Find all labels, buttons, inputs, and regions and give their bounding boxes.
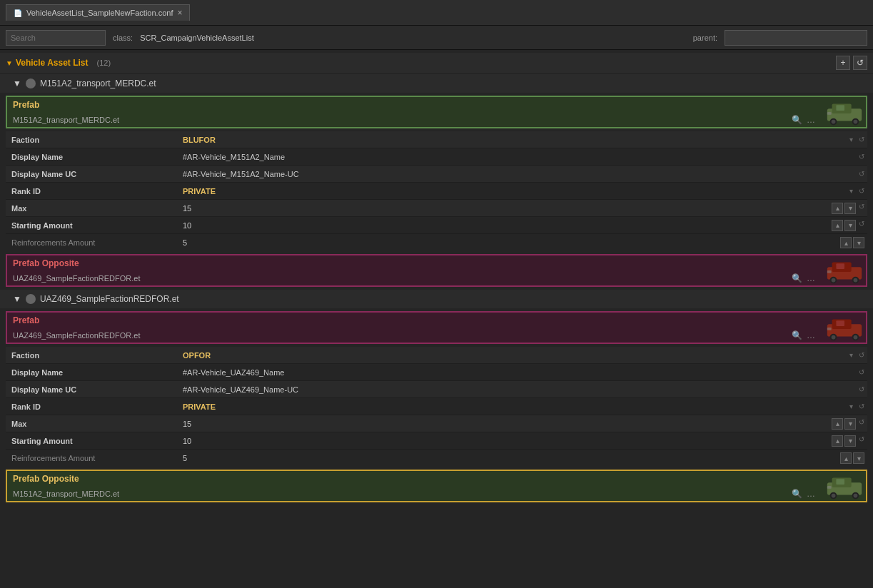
vehicle-entry-m151a2: ▼ M151A2_transport_MERDC.et Prefab M151A… [0,74,873,287]
prefab-search-btn-m151a2[interactable]: 🔍 [790,115,804,125]
prefab-search-btn-uaz469[interactable]: 🔍 [790,330,804,340]
prefab-thumbnail-m151a2 [823,97,866,127]
max-spinner-down-uaz469[interactable]: ▾ [844,418,856,430]
displayname-row-uaz469: Display Name #AR-Vehicle_UAZ469_Name ↺ [6,364,867,381]
reset-button[interactable]: ↺ [853,56,867,70]
displaynameuc-reset[interactable]: ↺ [859,170,864,178]
prefab-opposite-block-m151a2: Prefab Opposite UAZ469_SampleFactionREDF… [6,254,867,287]
close-tab-button[interactable]: × [177,8,182,18]
asset-list-header: ▼ Vehicle Asset List (12) + ↺ [0,53,873,73]
add-button[interactable]: + [836,56,850,70]
displaynameuc-actions-uaz469: ↺ [857,385,867,393]
faction-text-m151a2: BLUFOR [183,136,216,144]
displaynameuc-reset-uaz469[interactable]: ↺ [859,385,864,393]
prefab-opposite-menu-btn-uaz469[interactable]: … [805,489,817,499]
displayname-label-uaz469: Display Name [6,368,177,377]
starting-spinner-up-uaz469[interactable]: ▴ [832,435,843,447]
prefab-label-m151a2: Prefab [7,97,819,113]
vehicle-entry-uaz469: ▼ UAZ469_SampleFactionREDFOR.et Prefab U… [0,290,873,502]
prefab-menu-btn-uaz469[interactable]: … [805,330,817,340]
rankid-dropdown-arrow-uaz469[interactable]: ▾ [849,402,853,410]
displayname-reset-uaz469[interactable]: ↺ [859,368,864,376]
vehicle-svg-opposite-uaz469 [824,472,865,500]
parent-input[interactable] [725,30,867,46]
max-spinner-up-m151a2[interactable]: ▴ [832,203,843,214]
svg-point-5 [854,120,858,124]
class-label: class: [113,34,133,42]
starting-spinner-down-m151a2[interactable]: ▾ [844,220,856,231]
prefab-opposite-search-btn-uaz469[interactable]: 🔍 [790,489,804,499]
class-value: SCR_CampaignVehicleAssetList [140,34,254,42]
starting-reset[interactable]: ↺ [859,220,864,231]
max-spinner-down-m151a2[interactable]: ▾ [844,203,856,214]
faction-dropdown-arrow[interactable]: ▾ [849,136,853,143]
prefab-opposite-actions-uaz469: 🔍 … [790,489,817,499]
svg-rect-14 [836,263,844,269]
starting-spinner-down-uaz469[interactable]: ▾ [844,435,856,447]
max-spinner-up-uaz469[interactable]: ▴ [832,418,843,430]
rankid-reset[interactable]: ↺ [859,187,864,195]
reinforcement-spinner-down-m151a2[interactable]: ▾ [853,237,864,248]
prefab-input-row-m151a2: M151A2_transport_MERDC.et 🔍 … [7,113,819,127]
header-actions: + ↺ [836,56,867,70]
starting-label-m151a2: Starting Amount [6,221,177,230]
prefab-opposite-search-btn-m151a2[interactable]: 🔍 [790,273,804,283]
faction-dropdown-arrow-uaz469[interactable]: ▾ [849,351,853,359]
rankid-text-uaz469: PRIVATE [183,402,216,411]
reinforcement-row-uaz469: Reinforcements Amount 5 ▴ ▾ [6,450,867,467]
prefab-actions-uaz469: 🔍 … [790,330,817,340]
prefab-actions-m151a2: 🔍 … [790,115,817,125]
vehicle-header-uaz469[interactable]: ▼ UAZ469_SampleFactionREDFOR.et [0,290,873,308]
displayname-label-m151a2: Display Name [6,153,177,161]
prefab-opposite-input-row-uaz469: M151A2_transport_MERDC.et 🔍 … [7,487,819,501]
svg-rect-23 [827,328,832,330]
max-actions-m151a2: ▴ ▾ ↺ [832,203,867,214]
prefab-opposite-thumbnail-m151a2 [823,255,866,285]
displaynameuc-value-m151a2: #AR-Vehicle_M151A2_Name-UC [177,170,857,178]
prefab-opposite-input-row-m151a2: UAZ469_SampleFactionREDFOR.et 🔍 … [7,271,819,285]
max-reset-uaz469[interactable]: ↺ [859,418,864,430]
starting-spinner-up-m151a2[interactable]: ▴ [832,220,843,231]
faction-value-m151a2: BLUFOR [177,136,849,144]
max-row-m151a2: Max 15 ▴ ▾ ↺ [6,200,867,217]
vehicle-icon-m151a2 [26,78,36,88]
prefab-value-m151a2: M151A2_transport_MERDC.et [10,114,787,126]
props-uaz469: Faction OPFOR ▾ ↺ Display Name #AR-Vehic… [6,347,867,467]
reinforcement-value-m151a2: 5 [177,238,840,247]
vehicle-header-m151a2[interactable]: ▼ M151A2_transport_MERDC.et [0,74,873,93]
vehicle-section-m151a2: Prefab M151A2_transport_MERDC.et 🔍 … [6,96,867,287]
rankid-row-m151a2: Rank ID PRIVATE ▾ ↺ [6,183,867,200]
reinforcement-spinner-up-uaz469[interactable]: ▴ [840,452,852,464]
rankid-label-uaz469: Rank ID [6,402,177,411]
search-input[interactable] [6,30,106,46]
reinforcement-label-uaz469: Reinforcements Amount [6,454,177,462]
rankid-reset-uaz469[interactable]: ↺ [859,402,864,410]
reinforcement-spinner-down-uaz469[interactable]: ▾ [853,452,864,464]
vehicle-icon-uaz469 [26,294,36,304]
expand-arrow[interactable]: ▼ [6,59,13,67]
reinforcement-spinner-up-m151a2[interactable]: ▴ [840,237,852,248]
starting-reset-uaz469[interactable]: ↺ [859,435,864,447]
max-reset[interactable]: ↺ [859,203,864,214]
starting-row-m151a2: Starting Amount 10 ▴ ▾ ↺ [6,217,867,234]
prefab-block-uaz469: Prefab UAZ469_SampleFactionREDFOR.et 🔍 … [6,311,867,344]
prefab-opposite-menu-btn-m151a2[interactable]: … [805,273,817,283]
rankid-dropdown-arrow[interactable]: ▾ [849,187,853,195]
title-tab[interactable]: 📄 VehicleAssetList_SampleNewFaction.conf… [6,4,190,21]
main-area: ▼ Vehicle Asset List (12) + ↺ ▼ M151A2_t… [0,50,873,588]
faction-reset[interactable]: ↺ [859,136,864,143]
vehicle-svg-m151a2 [824,98,865,126]
faction-row-uaz469: Faction OPFOR ▾ ↺ [6,347,867,364]
rankid-text-m151a2: PRIVATE [183,187,216,196]
parent-label: parent: [693,34,717,42]
max-label-m151a2: Max [6,204,177,213]
prefab-menu-btn-m151a2[interactable]: … [805,115,817,125]
rankid-label-m151a2: Rank ID [6,187,177,196]
content-area: ▼ Vehicle Asset List (12) + ↺ ▼ M151A2_t… [0,50,873,588]
prefab-opposite-actions-m151a2: 🔍 … [790,273,817,283]
svg-point-27 [832,494,836,498]
displayname-reset[interactable]: ↺ [859,153,864,161]
starting-value-uaz469: 10 [177,437,832,445]
asset-list-count: (12) [97,59,111,67]
faction-reset-uaz469[interactable]: ↺ [859,351,864,359]
